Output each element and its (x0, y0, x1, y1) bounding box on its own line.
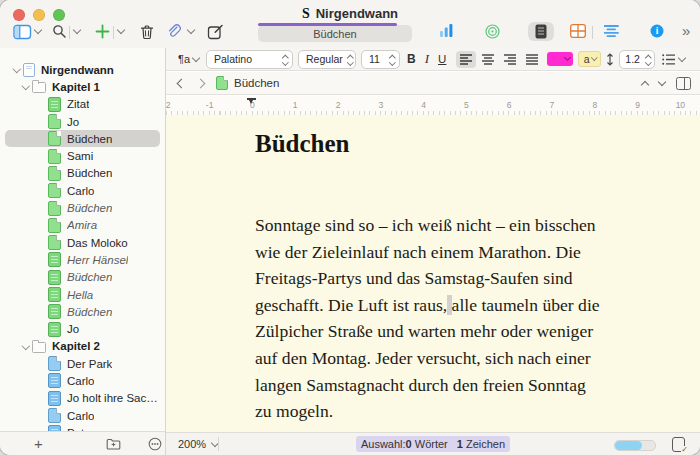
align-center-button[interactable] (478, 51, 498, 68)
text-line[interactable]: wie der Zieleinlauf nach einem Marathon.… (255, 239, 600, 266)
document-icon (48, 322, 61, 337)
binder-item-label: Der Park (67, 358, 112, 370)
attach-chevron[interactable] (188, 30, 194, 33)
view-mode-document[interactable] (528, 22, 554, 41)
binder-row[interactable]: Herr Hänsel (5, 251, 160, 268)
italic-button[interactable]: I (423, 51, 431, 67)
binder-row[interactable]: Jo holt ihre Sachen (5, 390, 160, 407)
sidebar-divider[interactable] (165, 48, 166, 455)
footer-add-folder-button[interactable] (106, 432, 121, 455)
footer-add-button[interactable]: + (34, 432, 43, 455)
target-check-icon[interactable]: ✓ (672, 437, 685, 452)
text-line[interactable]: auf den Montag. Jeder versucht, sich nac… (255, 345, 600, 372)
previous-document-button[interactable] (641, 80, 649, 88)
search-button[interactable] (52, 24, 67, 39)
underline-button[interactable]: U (436, 53, 448, 65)
document-search-pill[interactable]: Büdchen (258, 25, 412, 42)
document-body[interactable]: Sonntage sind so – ich weiß nicht – ein … (255, 212, 600, 425)
binder-row[interactable]: Sami (5, 147, 160, 164)
binder-item-label: Jo (67, 116, 79, 128)
text-line[interactable]: zu mogeln. (255, 398, 600, 425)
binder-item-label: Zitat (67, 98, 89, 110)
editor-canvas[interactable]: Büdchen Sonntage sind so – ich weiß nich… (166, 115, 700, 432)
next-document-button[interactable] (658, 78, 666, 86)
toolbar-overflow-button[interactable]: » (682, 22, 690, 39)
binder-row[interactable]: Büdchen (5, 165, 160, 182)
tab-stop-marker[interactable] (247, 98, 256, 100)
list-format-dropdown[interactable] (660, 54, 687, 65)
text-color-swatch[interactable]: a (578, 51, 601, 67)
align-right-button[interactable] (500, 51, 520, 68)
inspector-button[interactable]: i (650, 24, 664, 38)
disclosure-chevron[interactable] (11, 68, 23, 72)
document-heading[interactable]: Büdchen (255, 130, 349, 158)
binder-row[interactable]: Büdchen (5, 269, 160, 286)
binder-row[interactable]: Zitat (5, 96, 160, 113)
binder-row[interactable]: Jo (5, 113, 160, 130)
binder-row[interactable]: Carlo (5, 407, 160, 424)
line-spacing-icon (606, 53, 614, 66)
split-editor-button[interactable] (676, 77, 691, 90)
attach-button[interactable] (166, 24, 182, 40)
view-mode-corkboard[interactable] (570, 24, 586, 38)
text-line[interactable]: Sonntage sind so – ich weiß nicht – ein … (255, 212, 600, 239)
binder-row[interactable]: Das Moloko (5, 234, 160, 251)
overflow-chevrons: » (682, 22, 690, 39)
line-spacing-select[interactable]: 1.2 (619, 50, 655, 69)
compose-button[interactable] (207, 24, 224, 40)
binder-row[interactable]: Büdchen (5, 199, 160, 216)
add-chevron[interactable] (118, 30, 124, 33)
highlight-color-swatch[interactable] (547, 52, 573, 66)
align-justify-button[interactable] (522, 51, 542, 68)
text-line[interactable]: langen Samstagnacht durch den freien Son… (255, 372, 600, 399)
document-icon (48, 97, 61, 112)
ruler-tick: 2 (317, 100, 360, 110)
document-icon (48, 166, 61, 181)
editor-document-title: Büdchen (234, 77, 279, 89)
document-icon (48, 356, 61, 371)
ellipsis-circle-icon (148, 437, 162, 451)
bold-button[interactable]: B (405, 52, 418, 66)
text-line[interactable]: Freitags-Partys und das Samstag-Saufen s… (255, 265, 600, 292)
binder-row[interactable]: Der Park (5, 355, 160, 372)
font-family-select[interactable]: Palatino (206, 50, 293, 69)
text-line[interactable]: geschafft. Die Luft ist raus, alle taume… (255, 292, 600, 319)
toolbar: Büdchen (0, 22, 700, 44)
line-text-before-selection: geschafft. Die Luft ist raus, (255, 295, 447, 315)
ruler-tick: -2 (166, 100, 188, 110)
window-title-text: Nirgendwann (316, 6, 398, 21)
binder-toggle-button[interactable] (13, 24, 32, 40)
back-button[interactable] (177, 78, 187, 88)
font-weight-select[interactable]: Regular (298, 50, 356, 69)
binder-row[interactable]: Jo (5, 320, 160, 337)
search-chevron[interactable] (74, 30, 80, 33)
disclosure-chevron[interactable] (20, 345, 32, 349)
binder-row[interactable]: Hella (5, 286, 160, 303)
disclosure-chevron[interactable] (20, 85, 32, 89)
ruler-tick: -1 (188, 100, 231, 110)
forward-button[interactable] (196, 78, 206, 88)
binder-row[interactable]: Kapitel 1 (5, 78, 160, 95)
search-icon (52, 24, 67, 39)
view-mode-outliner[interactable] (604, 24, 619, 38)
font-size-select[interactable]: 11 (361, 50, 400, 69)
binder-row[interactable]: Büdchen (5, 303, 160, 320)
add-item-button[interactable] (95, 24, 110, 39)
style-dropdown[interactable]: ¶a (176, 53, 201, 65)
trash-button[interactable] (139, 24, 155, 40)
binder-toggle-chevron[interactable] (35, 30, 41, 33)
document-icon (48, 391, 61, 406)
binder-row[interactable]: Büdchen (5, 130, 160, 147)
statistics-button[interactable] (440, 24, 453, 37)
align-left-button[interactable] (456, 51, 476, 68)
document-icon (48, 183, 61, 198)
text-line[interactable]: Zülpicher Straße und warten mehr oder we… (255, 318, 600, 345)
binder-row[interactable]: Amira (5, 217, 160, 234)
binder-row[interactable]: Carlo (5, 182, 160, 199)
targets-button[interactable] (485, 24, 500, 39)
binder-row[interactable]: Nirgendwann (5, 61, 160, 78)
binder-row[interactable]: Kapitel 2 (5, 338, 160, 355)
binder-row[interactable]: Carlo (5, 372, 160, 389)
corkboard-icon (570, 24, 586, 38)
binder-item-label: Büdchen (67, 202, 112, 214)
